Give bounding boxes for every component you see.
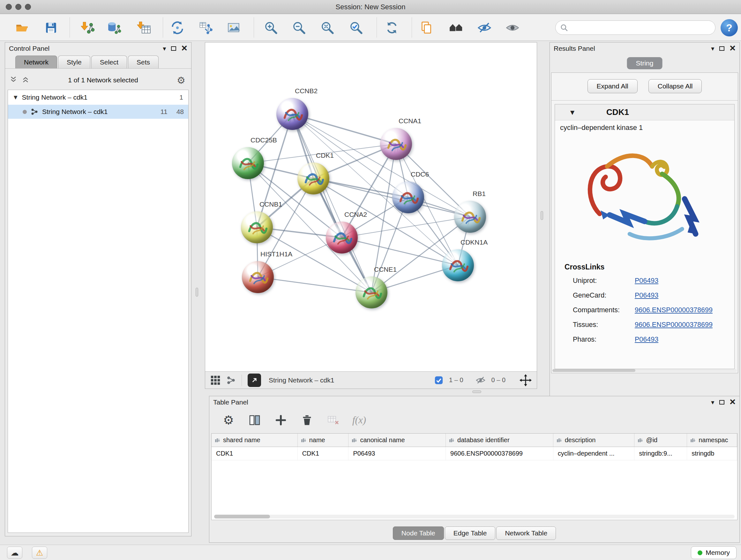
new-network-button[interactable] [168, 18, 187, 37]
network-node-cdc6[interactable] [392, 181, 424, 213]
show-columns-icon[interactable] [248, 413, 262, 427]
crosslink-link[interactable]: P06493 [635, 335, 658, 344]
collapse-all-chevrons-icon[interactable] [10, 76, 17, 84]
crosslink-link[interactable]: 9606.ENSP00000378699 [635, 321, 713, 329]
minimize-window-button[interactable] [15, 4, 21, 10]
pan-crosshair-icon[interactable] [520, 374, 532, 386]
column-header-name[interactable]: name [298, 434, 349, 447]
zoom-fit-button[interactable] [318, 18, 337, 37]
enrichment-button[interactable] [447, 18, 465, 37]
table-cell[interactable]: 9606.ENSP00000378699 [446, 447, 553, 460]
network-node-ccnb2[interactable] [276, 98, 308, 130]
apply-layout-button[interactable] [383, 18, 401, 37]
table-settings-gear-icon[interactable]: ⚙ [221, 413, 235, 427]
hide-selected-button[interactable] [475, 18, 494, 37]
panel-collapse-icon[interactable]: ▾ [711, 399, 714, 406]
column-header-shared-name[interactable]: shared name [212, 434, 298, 447]
right-splitter-handle[interactable] [541, 211, 543, 220]
crosslink-link[interactable]: P06493 [635, 277, 658, 285]
network-node-ccne1[interactable] [355, 276, 387, 308]
export-image-button[interactable] [225, 18, 243, 37]
results-horizontal-scrollbar[interactable] [552, 369, 737, 372]
column-header--id[interactable]: @id [634, 434, 687, 447]
save-session-button[interactable] [42, 18, 60, 37]
table-cell[interactable]: CDK1 [298, 447, 349, 460]
disclosure-triangle-icon[interactable]: ▼ [14, 95, 17, 100]
left-splitter-handle[interactable] [196, 288, 198, 297]
column-header-description[interactable]: description [553, 434, 635, 447]
tab-sets[interactable]: Sets [128, 56, 158, 68]
import-network-from-file-button[interactable] [78, 18, 97, 37]
zoom-window-button[interactable] [25, 4, 31, 10]
panel-collapse-icon[interactable]: ▾ [163, 45, 166, 52]
tab-style[interactable]: Style [58, 56, 90, 68]
network-node-cdk1[interactable] [297, 163, 329, 194]
network-node-cdkn1a[interactable] [442, 249, 474, 281]
expand-all-chevrons-icon[interactable] [22, 76, 29, 84]
network-row-selected[interactable]: String Network – cdk1 11 48 [8, 105, 188, 119]
annotation-button[interactable] [417, 18, 435, 37]
function-builder-button[interactable]: f(x) [352, 415, 366, 426]
zoom-in-button[interactable] [262, 18, 280, 37]
network-node-ccnb1[interactable] [241, 211, 273, 243]
add-column-icon[interactable] [274, 413, 288, 427]
network-node-cdc25b[interactable] [232, 147, 264, 179]
tab-string[interactable]: String [627, 57, 663, 69]
panel-close-icon[interactable]: × [730, 43, 736, 53]
delete-column-trash-icon[interactable] [300, 413, 314, 427]
cloud-status-button[interactable]: ☁ [7, 547, 22, 559]
collapse-all-button[interactable]: Collapse All [649, 79, 702, 93]
panel-float-icon[interactable] [719, 400, 724, 405]
tab-network[interactable]: Network [15, 56, 57, 68]
search-box[interactable] [555, 20, 716, 35]
table-cell[interactable]: cyclin–dependent ... [553, 447, 635, 460]
network-node-rb1[interactable] [454, 201, 486, 233]
zoom-selected-button[interactable] [347, 18, 365, 37]
table-cell[interactable]: stringdb:9... [634, 447, 687, 460]
column-header-database-identifier[interactable]: database identifier [446, 434, 553, 447]
panel-close-icon[interactable]: × [730, 396, 736, 407]
search-input[interactable] [571, 24, 715, 31]
network-node-hist1h1a[interactable] [242, 261, 274, 293]
table-cell[interactable]: P06493 [348, 447, 446, 460]
panel-float-icon[interactable] [171, 46, 176, 51]
table-cell[interactable]: CDK1 [212, 447, 298, 460]
detach-view-button[interactable] [248, 374, 261, 387]
selected-nodes-checkbox-icon[interactable] [434, 376, 443, 385]
table-horizontal-scrollbar[interactable] [214, 515, 735, 518]
disclosure-triangle-icon[interactable]: ▼ [570, 109, 575, 116]
table-row[interactable]: CDK1CDK1P064939606.ENSP00000378699cyclin… [212, 447, 737, 460]
tab-edge-table[interactable]: Edge Table [445, 526, 495, 540]
zoom-out-button[interactable] [290, 18, 308, 37]
import-table-button[interactable] [135, 18, 153, 37]
panel-collapse-icon[interactable]: ▾ [711, 45, 714, 52]
network-from-table-button[interactable] [197, 18, 215, 37]
close-window-button[interactable] [6, 4, 12, 10]
network-node-ccna2[interactable] [326, 222, 358, 253]
help-button[interactable]: ? [721, 19, 738, 37]
grid-view-icon[interactable] [210, 375, 220, 385]
import-network-from-database-button[interactable] [105, 18, 124, 37]
panel-float-icon[interactable] [719, 46, 724, 51]
column-header-canonical-name[interactable]: canonical name [348, 434, 446, 447]
tab-select[interactable]: Select [91, 56, 127, 68]
warnings-button[interactable]: ⚠ [32, 547, 47, 559]
hidden-elements-eye-icon[interactable] [475, 375, 486, 385]
network-canvas[interactable]: CCNB2CCNA1CDC25BCDK1CDC6RB1CCNB1CCNA2CDK… [205, 43, 537, 371]
network-overview-icon[interactable] [226, 375, 236, 385]
network-node-ccna1[interactable] [380, 128, 412, 160]
show-graphics-button[interactable] [503, 18, 522, 37]
tab-network-table[interactable]: Network Table [496, 526, 556, 540]
crosslink-link[interactable]: P06493 [635, 292, 658, 300]
tab-node-table[interactable]: Node Table [393, 526, 444, 540]
gene-header[interactable]: ▼ CDK1 [555, 105, 734, 120]
panel-close-icon[interactable]: × [181, 43, 187, 53]
column-header-namespac[interactable]: namespac [687, 434, 737, 447]
crosslink-link[interactable]: 9606.ENSP00000378699 [635, 306, 713, 314]
open-session-button[interactable] [13, 18, 31, 37]
table-cell[interactable]: stringdb [687, 447, 737, 460]
memory-button[interactable]: Memory [691, 546, 737, 559]
bottom-splitter-handle[interactable] [472, 390, 481, 393]
network-collection-row[interactable]: ▼ String Network – cdk1 1 [8, 90, 188, 105]
settings-gear-icon[interactable]: ⚙ [177, 75, 185, 86]
